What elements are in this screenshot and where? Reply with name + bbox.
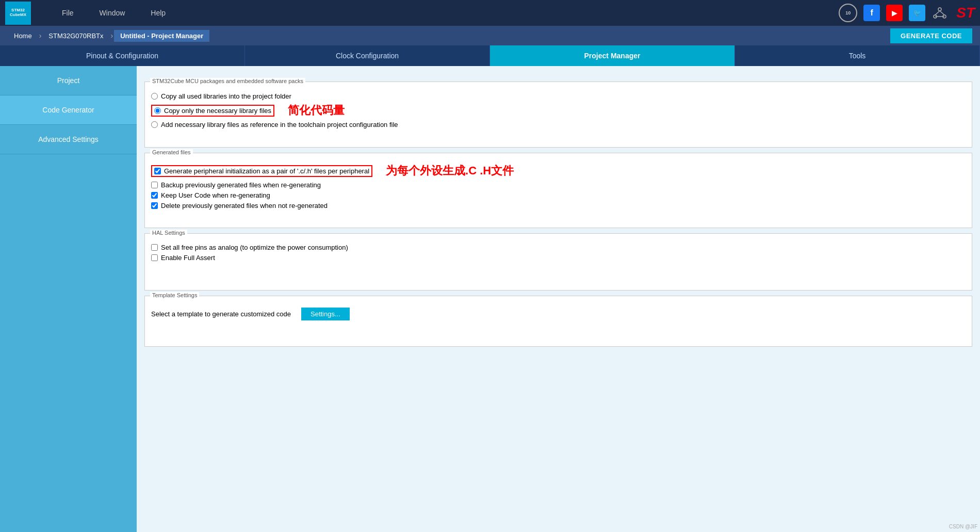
radio-copy-necessary-label: Copy only the necessary library files	[164, 107, 271, 115]
radio-copy-all[interactable]: Copy all used libraries into the project…	[151, 92, 966, 100]
breadcrumb-device[interactable]: STM32G070RBTx	[42, 30, 109, 42]
sidebar-item-code-generator[interactable]: Code Generator	[0, 95, 137, 125]
main-content: STM32Cube MCU packages and embedded soft…	[137, 66, 980, 532]
radio-add-reference[interactable]: Add necessary library files as reference…	[151, 121, 966, 128]
main-tabs: Pinout & Configuration Clock Configurati…	[0, 45, 980, 66]
breadcrumb-sep1: ›	[39, 31, 42, 40]
checkbox-free-pins-analog[interactable]: Set all free pins as analog (to optimize…	[151, 244, 966, 251]
hal-settings-section: HAL Settings Set all free pins as analog…	[144, 233, 972, 291]
breadcrumb: Home › STM32G070RBTx › Untitled - Projec…	[0, 26, 980, 45]
tab-project-manager[interactable]: Project Manager	[490, 45, 735, 66]
template-settings-label: Select a template to generate customized…	[151, 310, 291, 318]
checkbox-peripheral-init-input[interactable]	[154, 168, 161, 174]
radio-copy-all-label: Copy all used libraries into the project…	[161, 92, 291, 100]
generated-files-title: Generated files	[150, 149, 193, 155]
file-menu[interactable]: File	[62, 9, 74, 17]
breadcrumb-current[interactable]: Untitled - Project Manager	[114, 30, 209, 42]
svg-line-3	[935, 11, 940, 15]
logo-area: STM32CubeMX	[5, 2, 31, 25]
checkbox-backup-input[interactable]	[151, 182, 158, 188]
checkbox-full-assert[interactable]: Enable Full Assert	[151, 254, 966, 262]
radio-copy-necessary-input[interactable]	[154, 107, 161, 114]
sidebar-item-project[interactable]: Project	[0, 66, 137, 95]
content-area: Project Code Generator Advanced Settings…	[0, 66, 980, 532]
hal-settings-title: HAL Settings	[150, 230, 187, 236]
mcu-packages-title: STM32Cube MCU packages and embedded soft…	[150, 78, 305, 84]
checkbox-delete-generated-label: Delete previously generated files when n…	[161, 202, 328, 209]
checkbox-keep-user-code-label: Keep User Code when re-generating	[161, 191, 270, 199]
checkbox-keep-user-code-input[interactable]	[151, 192, 158, 199]
stm32cubemx-logo: STM32CubeMX	[5, 2, 31, 25]
checkbox-keep-user-code[interactable]: Keep User Code when re-generating	[151, 191, 966, 199]
checkbox-backup[interactable]: Backup previously generated files when r…	[151, 181, 966, 189]
top-bar: STM32CubeMX File Window Help 10 f ▶ 🐦 ST	[0, 0, 980, 26]
checkbox-delete-generated-input[interactable]	[151, 202, 158, 209]
checkbox-delete-generated[interactable]: Delete previously generated files when n…	[151, 202, 966, 209]
watermark: CSDN @JIF	[949, 524, 977, 529]
checkbox-peripheral-init-label: Generate peripheral initialization as a …	[164, 167, 369, 175]
st-logo: ST	[956, 5, 975, 21]
tab-pinout[interactable]: Pinout & Configuration	[0, 45, 245, 66]
menu-bar: File Window Help	[62, 9, 839, 17]
twitter-icon[interactable]: 🐦	[909, 5, 925, 21]
svg-line-4	[940, 11, 944, 15]
sidebar: Project Code Generator Advanced Settings	[0, 66, 137, 532]
radio-copy-all-input[interactable]	[151, 93, 158, 100]
mcu-packages-section: STM32Cube MCU packages and embedded soft…	[144, 82, 972, 148]
library-options: Copy all used libraries into the project…	[151, 92, 966, 128]
checkbox-peripheral-init[interactable]: Generate peripheral initialization as a …	[151, 163, 966, 179]
checkbox-free-pins-input[interactable]	[151, 244, 158, 251]
checkbox-free-pins-label: Set all free pins as analog (to optimize…	[161, 244, 348, 251]
network-icon[interactable]	[932, 5, 948, 21]
checkbox-full-assert-label: Enable Full Assert	[161, 254, 215, 262]
template-settings-title: Template Settings	[150, 292, 199, 298]
window-menu[interactable]: Window	[100, 9, 125, 17]
youtube-icon[interactable]: ▶	[886, 5, 903, 21]
annotation-simplify: 简化代码量	[288, 103, 345, 118]
help-menu[interactable]: Help	[151, 9, 166, 17]
tab-tools[interactable]: Tools	[735, 45, 980, 66]
settings-button[interactable]: Settings...	[301, 308, 350, 320]
radio-add-reference-input[interactable]	[151, 121, 158, 128]
version-badge: 10	[839, 4, 857, 22]
annotation-ch-files: 为每个外设生成.C .H文件	[386, 163, 514, 179]
checkbox-full-assert-input[interactable]	[151, 254, 158, 261]
template-settings-row: Select a template to generate customized…	[151, 308, 966, 320]
checkbox-backup-label: Backup previously generated files when r…	[161, 181, 321, 189]
breadcrumb-sep2: ›	[111, 31, 113, 40]
top-right-icons: 10 f ▶ 🐦 ST	[839, 4, 975, 22]
radio-copy-necessary[interactable]: Copy only the necessary library files 简化…	[151, 103, 966, 118]
generated-files-section: Generated files Generate peripheral init…	[144, 153, 972, 228]
tab-clock[interactable]: Clock Configuration	[245, 45, 490, 66]
svg-point-0	[938, 8, 941, 11]
hal-settings-checkboxes: Set all free pins as analog (to optimize…	[151, 244, 966, 262]
facebook-icon[interactable]: f	[863, 5, 880, 21]
breadcrumb-home[interactable]: Home	[8, 30, 38, 42]
generated-files-checkboxes: Generate peripheral initialization as a …	[151, 163, 966, 209]
sidebar-item-advanced-settings[interactable]: Advanced Settings	[0, 125, 137, 154]
generate-code-button[interactable]: GENERATE CODE	[890, 28, 972, 43]
template-settings-section: Template Settings Select a template to g…	[144, 296, 972, 347]
radio-add-reference-label: Add necessary library files as reference…	[161, 121, 398, 128]
